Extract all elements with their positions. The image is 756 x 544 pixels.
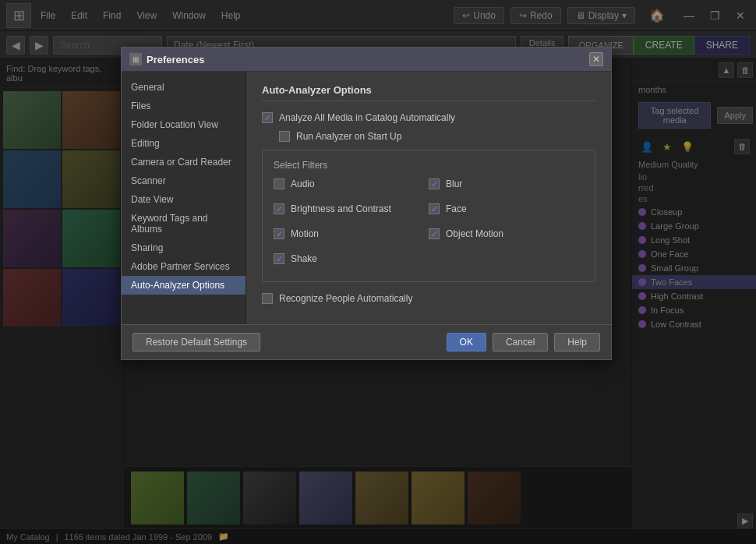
pref-nav-files[interactable]: Files [122,97,246,115]
dialog-backdrop: ⊞ Preferences ✕ General Files Folder Loc… [0,0,756,544]
motion-filter-row: Motion [274,228,429,239]
pref-nav-camera[interactable]: Camera or Card Reader [122,153,246,171]
recognize-people-checkbox[interactable] [262,293,273,304]
face-checkbox[interactable] [429,203,440,214]
preferences-content: Auto-Analyzer Options Analyze All Media … [246,72,611,324]
object-motion-filter-row: Object Motion [429,228,584,239]
audio-label: Audio [291,178,315,189]
run-on-start-label: Run Analyzer on Start Up [296,131,401,142]
pref-nav-general[interactable]: General [122,78,246,97]
ok-button[interactable]: OK [447,333,486,351]
pref-nav-scanner[interactable]: Scanner [122,171,246,190]
audio-checkbox[interactable] [274,178,284,189]
section-title: Auto-Analyzer Options [262,84,595,101]
preferences-nav: General Files Folder Location View Editi… [122,72,246,324]
pref-nav-sharing[interactable]: Sharing [122,238,246,257]
filters-grid: Audio Blur Brightness and Contrast [274,178,584,272]
audio-filter-row: Audio [274,178,429,189]
restore-default-button[interactable]: Restore Default Settings [132,333,260,351]
blur-checkbox[interactable] [429,178,440,189]
run-on-start-checkbox[interactable] [279,131,290,142]
face-filter-row: Face [429,203,584,214]
dialog-footer: Restore Default Settings OK Cancel Help [122,324,611,359]
pref-nav-partner-services[interactable]: Adobe Partner Services [122,257,246,276]
select-filters-group: Select Filters Audio Blur [262,150,595,282]
recognize-people-label: Recognize People Automatically [279,293,412,304]
blur-filter-row: Blur [429,178,584,189]
brightness-contrast-checkbox[interactable] [274,203,284,214]
footer-right-buttons: OK Cancel Help [447,333,600,351]
select-filters-title: Select Filters [274,160,584,171]
dialog-icon: ⊞ [129,53,142,65]
dialog-title-bar: ⊞ Preferences ✕ [122,48,611,72]
pref-nav-auto-analyzer[interactable]: Auto-Analyzer Options [122,276,246,295]
dialog-title: Preferences [147,54,589,65]
shake-filter-row: Shake [274,253,429,264]
blur-label: Blur [446,178,462,189]
object-motion-checkbox[interactable] [429,228,440,239]
brightness-contrast-label: Brightness and Contrast [291,203,391,214]
recognize-people-row: Recognize People Automatically [262,293,595,304]
dialog-body: General Files Folder Location View Editi… [122,72,611,324]
shake-checkbox[interactable] [274,253,284,264]
shake-label: Shake [291,253,317,264]
pref-nav-date-view[interactable]: Date View [122,190,246,209]
analyze-all-label: Analyze All Media in Catalog Automatical… [279,112,455,123]
motion-label: Motion [291,228,319,239]
pref-nav-keyword-tags[interactable]: Keyword Tags and Albums [122,209,246,238]
preferences-dialog: ⊞ Preferences ✕ General Files Folder Loc… [121,47,612,360]
analyze-all-checkbox[interactable] [262,112,273,123]
cancel-button[interactable]: Cancel [493,333,548,351]
motion-checkbox[interactable] [274,228,284,239]
object-motion-label: Object Motion [446,228,503,239]
pref-nav-editing[interactable]: Editing [122,134,246,153]
brightness-contrast-filter-row: Brightness and Contrast [274,203,429,214]
face-label: Face [446,203,467,214]
run-on-start-row: Run Analyzer on Start Up [279,131,595,142]
dialog-close-button[interactable]: ✕ [589,52,603,66]
analyze-all-row: Analyze All Media in Catalog Automatical… [262,112,595,123]
help-button[interactable]: Help [554,333,600,351]
pref-nav-folder-location-view[interactable]: Folder Location View [122,115,246,134]
